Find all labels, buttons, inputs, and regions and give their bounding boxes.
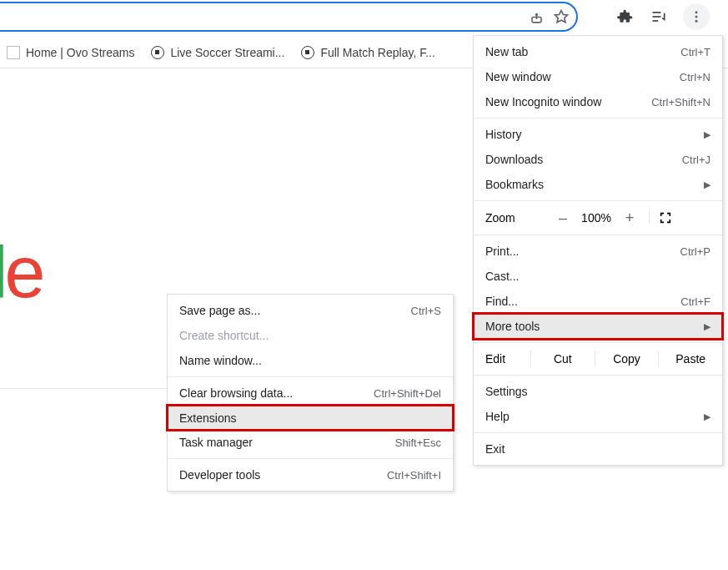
menu-shortcut: Ctrl+Shift+I: [387, 469, 441, 482]
menu-label: Save page as...: [179, 304, 260, 317]
menu-shortcut: Ctrl+P: [680, 245, 710, 258]
chrome-main-menu: New tab Ctrl+T New window Ctrl+N New Inc…: [473, 35, 723, 466]
chevron-right-icon: ▶: [704, 129, 710, 140]
submenu-name-window[interactable]: Name window...: [168, 348, 453, 373]
menu-new-tab[interactable]: New tab Ctrl+T: [474, 39, 722, 64]
chevron-right-icon: ▶: [704, 179, 710, 190]
menu-label: Print...: [485, 245, 519, 258]
menu-shortcut: Ctrl+T: [680, 46, 710, 58]
chevron-right-icon: ▶: [704, 411, 710, 422]
share-icon[interactable]: [528, 8, 545, 25]
chevron-right-icon: ▶: [704, 321, 710, 332]
menu-label: Cast...: [485, 270, 519, 283]
menu-help[interactable]: Help ▶: [474, 404, 722, 429]
bookmark-star-icon[interactable]: [553, 8, 570, 25]
menu-settings[interactable]: Settings: [474, 379, 722, 404]
soccer-icon: [151, 46, 164, 59]
menu-zoom: Zoom – 100% +: [474, 204, 722, 231]
extensions-puzzle-icon[interactable]: [616, 8, 635, 26]
svg-point-6: [695, 16, 698, 18]
bookmark-label: Live Soccer Streami...: [170, 46, 284, 59]
menu-cast[interactable]: Cast...: [474, 264, 722, 289]
submenu-create-shortcut: Create shortcut...: [168, 323, 453, 348]
menu-shortcut: Ctrl+F: [680, 295, 710, 308]
soccer-icon: [301, 46, 314, 59]
menu-incognito[interactable]: New Incognito window Ctrl+Shift+N: [474, 89, 722, 114]
more-tools-submenu: Save page as... Ctrl+S Create shortcut..…: [167, 294, 454, 492]
menu-label: New tab: [485, 45, 528, 58]
menu-exit[interactable]: Exit: [474, 436, 722, 462]
zoom-in-button[interactable]: +: [617, 209, 642, 227]
menu-history[interactable]: History ▶: [474, 122, 722, 147]
menu-shortcut: Ctrl+S: [411, 305, 441, 317]
bookmark-label: Home | Ovo Streams: [26, 46, 134, 59]
menu-more-tools[interactable]: More tools ▶: [472, 312, 724, 340]
menu-label: Exit: [485, 442, 505, 456]
menu-label: More tools: [485, 320, 540, 333]
separator: [474, 118, 722, 119]
menu-shortcut: Ctrl+Shift+Del: [374, 387, 441, 400]
menu-label: Clear browsing data...: [179, 386, 293, 400]
google-logo-fragment: le: [0, 230, 43, 315]
menu-label: Developer tools: [179, 468, 260, 482]
menu-label: History: [485, 128, 522, 141]
copy-button[interactable]: Copy: [595, 351, 659, 367]
separator: [474, 432, 722, 433]
separator: [168, 458, 453, 459]
menu-downloads[interactable]: Downloads Ctrl+J: [474, 147, 722, 172]
svg-point-7: [695, 20, 698, 23]
svg-point-5: [695, 11, 698, 13]
submenu-save-page[interactable]: Save page as... Ctrl+S: [168, 298, 453, 323]
submenu-developer-tools[interactable]: Developer tools Ctrl+Shift+I: [168, 462, 453, 487]
zoom-label: Zoom: [485, 211, 550, 224]
menu-shortcut: Ctrl+J: [682, 154, 710, 166]
submenu-extensions[interactable]: Extensions: [166, 404, 454, 431]
menu-label: Downloads: [485, 153, 543, 166]
page-icon: [7, 46, 20, 59]
svg-marker-1: [555, 11, 568, 23]
cut-button[interactable]: Cut: [530, 351, 595, 367]
separator: [474, 200, 722, 201]
menu-shortcut: Ctrl+N: [680, 71, 710, 83]
menu-label: Task manager: [179, 436, 253, 449]
menu-label: Help: [485, 410, 510, 423]
address-bar[interactable]: [0, 2, 578, 32]
menu-print[interactable]: Print... Ctrl+P: [474, 239, 722, 264]
menu-label: Settings: [485, 385, 528, 398]
menu-label: Create shortcut...: [179, 329, 269, 342]
toolbar-right: [586, 0, 728, 33]
zoom-value: 100%: [575, 211, 617, 224]
menu-label: Bookmarks: [485, 178, 544, 191]
bookmark-item[interactable]: Home | Ovo Streams: [7, 46, 134, 59]
menu-label: New window: [485, 70, 551, 83]
separator: [474, 342, 722, 343]
menu-shortcut: Ctrl+Shift+N: [651, 96, 710, 108]
logo-letter-e: e: [5, 230, 43, 313]
menu-label: Find...: [485, 295, 518, 308]
fullscreen-icon[interactable]: [649, 211, 672, 224]
menu-shortcut: Shift+Esc: [395, 436, 441, 449]
separator: [168, 376, 453, 377]
menu-new-window[interactable]: New window Ctrl+N: [474, 64, 722, 89]
edit-label: Edit: [474, 352, 530, 366]
menu-label: New Incognito window: [485, 95, 601, 108]
menu-label: Extensions: [179, 411, 236, 425]
more-menu-button[interactable]: [683, 3, 710, 30]
menu-bookmarks[interactable]: Bookmarks ▶: [474, 172, 722, 197]
paste-button[interactable]: Paste: [658, 351, 722, 367]
bookmark-item[interactable]: Live Soccer Streami...: [151, 46, 284, 59]
reading-list-icon[interactable]: [650, 8, 668, 26]
zoom-out-button[interactable]: –: [550, 209, 575, 227]
submenu-clear-data[interactable]: Clear browsing data... Ctrl+Shift+Del: [168, 381, 453, 406]
separator: [474, 375, 722, 376]
separator: [474, 235, 722, 235]
menu-find[interactable]: Find... Ctrl+F: [474, 289, 722, 314]
menu-label: Name window...: [179, 354, 262, 367]
bookmark-item[interactable]: Full Match Replay, F...: [301, 46, 434, 59]
bookmark-label: Full Match Replay, F...: [320, 46, 434, 59]
menu-edit-row: Edit Cut Copy Paste: [474, 346, 722, 371]
submenu-task-manager[interactable]: Task manager Shift+Esc: [168, 430, 453, 455]
